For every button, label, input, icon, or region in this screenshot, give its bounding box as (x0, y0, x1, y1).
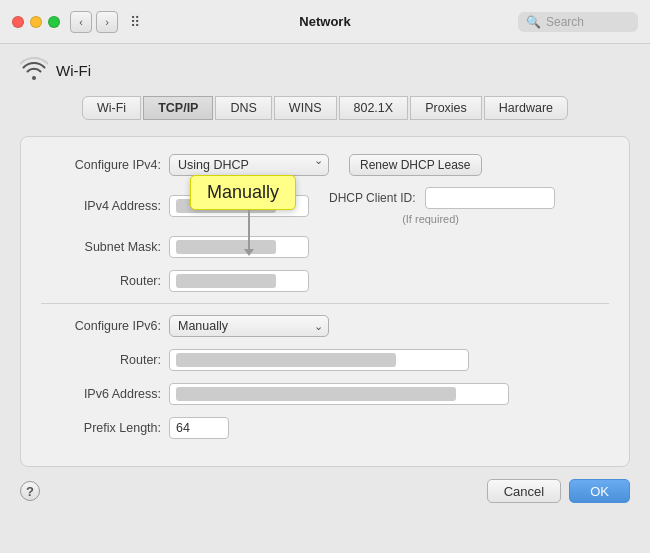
annotation-tooltip: Manually (190, 175, 296, 210)
subnet-mask-label: Subnet Mask: (41, 240, 161, 254)
wifi-icon (20, 56, 48, 84)
router-ipv4-value (176, 274, 276, 288)
ipv6-address-row: IPv6 Address: (41, 382, 609, 406)
router-ipv4-input[interactable] (169, 270, 309, 292)
right-section-top: Renew DHCP Lease (349, 154, 482, 176)
router-ipv6-value (176, 353, 396, 367)
search-icon: 🔍 (526, 15, 541, 29)
form-area: Configure IPv4: Using DHCP Manually Off … (20, 136, 630, 467)
dhcp-client-section: DHCP Client ID: (If required) (329, 187, 555, 225)
router-ipv4-row: Router: (41, 269, 609, 293)
ipv6-address-label: IPv6 Address: (41, 387, 161, 401)
configure-ipv6-select[interactable]: Manually Automatically Off (169, 315, 329, 337)
router-ipv6-input[interactable] (169, 349, 469, 371)
annotation-wrapper: Manually (190, 175, 296, 250)
ok-button[interactable]: OK (569, 479, 630, 503)
window-title: Network (299, 14, 350, 29)
dhcp-client-id-label: DHCP Client ID: (329, 191, 415, 205)
bottom-buttons: Cancel OK (487, 479, 630, 503)
router-ipv6-row: Router: (41, 348, 609, 372)
prefix-length-input[interactable]: 64 (169, 417, 229, 439)
renew-dhcp-button[interactable]: Renew DHCP Lease (349, 154, 482, 176)
router-ipv4-label: Router: (41, 274, 161, 288)
annotation-arrowhead (244, 249, 254, 256)
back-button[interactable]: ‹ (70, 11, 92, 33)
dhcp-client-row: DHCP Client ID: (329, 187, 555, 209)
configure-ipv6-select-wrapper: Manually Automatically Off ⌄ (169, 315, 329, 337)
tab-dns[interactable]: DNS (215, 96, 271, 120)
separator (41, 303, 609, 304)
minimize-button[interactable] (30, 16, 42, 28)
prefix-length-value: 64 (176, 421, 190, 435)
traffic-lights (12, 16, 60, 28)
ipv4-address-label: IPv4 Address: (41, 199, 161, 213)
annotation-line (248, 210, 250, 250)
dhcp-client-id-input[interactable] (425, 187, 555, 209)
close-button[interactable] (12, 16, 24, 28)
tab-8021x[interactable]: 802.1X (339, 96, 409, 120)
configure-ipv4-row: Configure IPv4: Using DHCP Manually Off … (41, 153, 609, 177)
ipv6-address-input[interactable] (169, 383, 509, 405)
forward-button[interactable]: › (96, 11, 118, 33)
ipv4-address-row: IPv4 Address: DHCP Client ID: (If requir… (41, 187, 609, 225)
help-button[interactable]: ? (20, 481, 40, 501)
maximize-button[interactable] (48, 16, 60, 28)
tabs-bar: Wi-Fi TCP/IP DNS WINS 802.1X Proxies Har… (20, 96, 630, 120)
tab-tcpip[interactable]: TCP/IP (143, 96, 213, 120)
prefix-length-label: Prefix Length: (41, 421, 161, 435)
tab-wins[interactable]: WINS (274, 96, 337, 120)
main-content: Wi-Fi Wi-Fi TCP/IP DNS WINS 802.1X Proxi… (0, 44, 650, 467)
wifi-label: Wi-Fi (56, 62, 91, 79)
tab-hardware[interactable]: Hardware (484, 96, 568, 120)
configure-ipv6-row: Configure IPv6: Manually Automatically O… (41, 314, 609, 338)
if-required-label: (If required) (329, 213, 459, 225)
tab-proxies[interactable]: Proxies (410, 96, 482, 120)
configure-ipv4-label: Configure IPv4: (41, 158, 161, 172)
ipv6-address-value (176, 387, 456, 401)
prefix-length-row: Prefix Length: 64 (41, 416, 609, 440)
search-placeholder: Search (546, 15, 584, 29)
tab-wifi[interactable]: Wi-Fi (82, 96, 141, 120)
router-ipv6-label: Router: (41, 353, 161, 367)
titlebar: ‹ › ⠿ Network 🔍 Search (0, 0, 650, 44)
nav-buttons: ‹ › (70, 11, 118, 33)
subnet-mask-row: Subnet Mask: Manually (41, 235, 609, 259)
grid-button[interactable]: ⠿ (124, 11, 146, 33)
subnet-mask-input[interactable]: Manually (169, 236, 309, 258)
bottom-bar: ? Cancel OK (0, 467, 650, 515)
wifi-header: Wi-Fi (20, 56, 630, 84)
search-box[interactable]: 🔍 Search (518, 12, 638, 32)
configure-ipv4-select-wrapper: Using DHCP Manually Off ⌄ (169, 154, 329, 176)
configure-ipv6-label: Configure IPv6: (41, 319, 161, 333)
configure-ipv4-select[interactable]: Using DHCP Manually Off (169, 154, 329, 176)
cancel-button[interactable]: Cancel (487, 479, 561, 503)
